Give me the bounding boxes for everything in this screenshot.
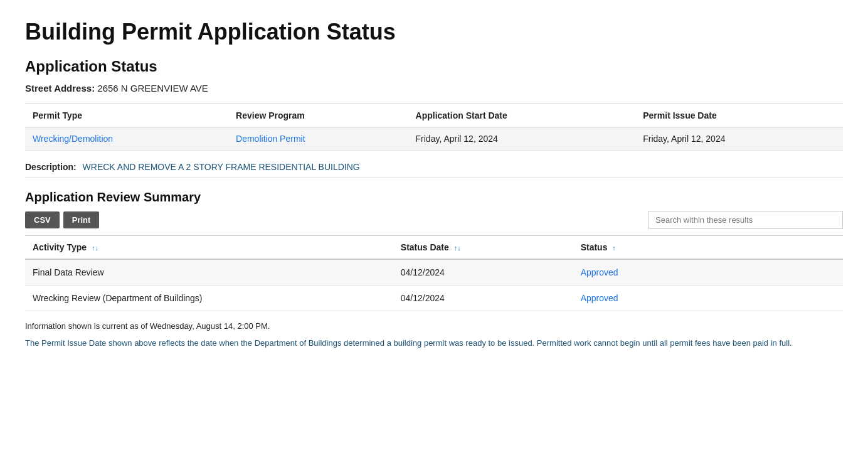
status-date-label: Status Date [401, 242, 449, 252]
toolbar: CSV Print [25, 211, 843, 229]
status-cell-2: Approved [573, 286, 843, 311]
status-header[interactable]: Status ↑ [573, 236, 843, 260]
footer-current-info: Information shown is current as of Wedne… [25, 321, 843, 331]
table-row: Final Data Review 04/12/2024 Approved [25, 259, 843, 286]
description-label: Description: [25, 162, 77, 172]
activity-type-label: Activity Type [33, 242, 87, 252]
activity-type-header[interactable]: Activity Type ↑↓ [25, 236, 393, 260]
street-address-value: 2656 N GREENVIEW AVE [97, 83, 208, 94]
table-row: Wrecking/Demolition Demolition Permit Fr… [25, 127, 843, 151]
page-title: Building Permit Application Status [25, 19, 843, 45]
csv-button[interactable]: CSV [25, 211, 60, 228]
review-program-cell[interactable]: Demolition Permit [228, 127, 408, 151]
footer-note: The Permit Issue Date shown above reflec… [25, 337, 843, 350]
application-start-date-cell: Friday, April 12, 2024 [408, 127, 636, 151]
description-text: WRECK AND REMOVE A 2 STORY FRAME RESIDEN… [83, 162, 360, 172]
review-table: Activity Type ↑↓ Status Date ↑↓ Status ↑… [25, 235, 843, 311]
section-title: Application Status [25, 58, 843, 75]
toolbar-buttons: CSV Print [25, 211, 99, 228]
activity-type-cell-2: Wrecking Review (Department of Buildings… [25, 286, 393, 311]
permit-type-cell[interactable]: Wrecking/Demolition [25, 127, 228, 151]
table-row: Wrecking Review (Department of Buildings… [25, 286, 843, 311]
review-summary-title: Application Review Summary [25, 190, 843, 205]
permit-issue-date-header: Permit Issue Date [635, 104, 843, 127]
activity-sort-icon[interactable]: ↑↓ [92, 244, 98, 252]
application-start-date-header: Application Start Date [408, 104, 636, 127]
print-button[interactable]: Print [63, 211, 100, 228]
activity-type-cell-1: Final Data Review [25, 259, 393, 286]
status-sort-icon[interactable]: ↑ [612, 244, 616, 252]
status-date-cell-2: 04/12/2024 [393, 286, 573, 311]
review-program-link[interactable]: Demolition Permit [236, 134, 305, 144]
permit-type-link[interactable]: Wrecking/Demolition [33, 134, 113, 144]
status-date-cell-1: 04/12/2024 [393, 259, 573, 286]
street-address: Street Address: 2656 N GREENVIEW AVE [25, 83, 843, 94]
review-program-header: Review Program [228, 104, 408, 127]
status-label: Status [581, 242, 608, 252]
permit-type-header: Permit Type [25, 104, 228, 127]
permit-table: Permit Type Review Program Application S… [25, 104, 843, 151]
search-input[interactable] [648, 211, 843, 229]
description-row: Description: WRECK AND REMOVE A 2 STORY … [25, 157, 843, 178]
status-date-sort-icon[interactable]: ↑↓ [454, 244, 461, 252]
street-address-label: Street Address: [25, 83, 95, 94]
status-cell-1: Approved [573, 259, 843, 286]
permit-issue-date-cell: Friday, April 12, 2024 [635, 127, 843, 151]
status-date-header[interactable]: Status Date ↑↓ [393, 236, 573, 260]
